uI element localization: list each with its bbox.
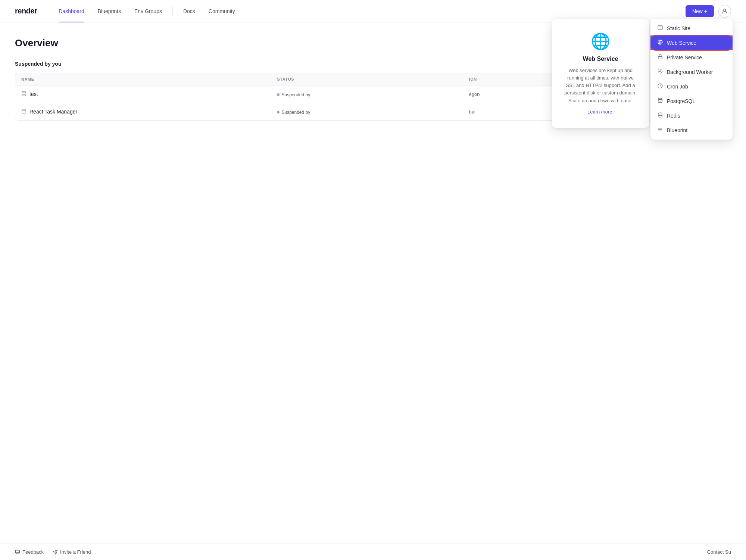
nav-env-groups[interactable]: Env Groups — [128, 0, 169, 22]
nav-dashboard[interactable]: Dashboard — [52, 0, 91, 22]
feedback-icon — [15, 550, 20, 555]
row-status-rtm: Suspended by — [277, 108, 469, 115]
menu-item-label: Redis — [667, 113, 680, 119]
cron-job-icon — [657, 83, 663, 90]
static-site-icon — [657, 25, 663, 31]
preview-description: Web services are kept up and running at … — [562, 67, 639, 105]
user-avatar[interactable] — [718, 5, 731, 18]
svg-point-8 — [658, 98, 662, 100]
new-service-menu: Static Site Web Service — [650, 19, 733, 140]
svg-rect-5 — [658, 56, 662, 59]
menu-item-label: Static Site — [667, 25, 690, 31]
brand-logo[interactable]: render — [15, 7, 37, 15]
web-service-icon — [657, 40, 663, 46]
nav-community[interactable]: Community — [202, 0, 242, 22]
nav-blueprints[interactable]: Blueprints — [91, 0, 128, 22]
row-status-test: Suspended by — [277, 91, 469, 97]
new-button[interactable]: New + — [686, 5, 714, 17]
menu-item-blueprint[interactable]: Blueprint — [650, 123, 733, 137]
menu-item-label: Background Worker — [667, 69, 713, 75]
svg-point-9 — [658, 113, 662, 114]
menu-item-redis[interactable]: Redis — [650, 108, 733, 123]
blueprint-icon — [657, 127, 663, 133]
menu-item-private-service[interactable]: Private Service — [650, 50, 733, 65]
svg-point-6 — [659, 71, 661, 72]
footer: Feedback Invite a Friend Contact Su — [0, 544, 746, 560]
menu-item-cron-job[interactable]: Cron Job — [650, 79, 733, 94]
static-icon — [21, 109, 26, 115]
nav-docs[interactable]: Docs — [177, 0, 202, 22]
nav-separator — [172, 7, 173, 16]
dropdown-container: 🌐 Web Service Web services are kept up a… — [552, 19, 746, 140]
svg-rect-3 — [658, 26, 662, 30]
svg-rect-2 — [22, 109, 26, 113]
svg-point-1 — [22, 91, 26, 93]
main-content: Overview Suspended by you NAME STATUS IO… — [0, 22, 746, 136]
menu-item-static-site[interactable]: Static Site — [650, 21, 733, 35]
menu-item-postgresql[interactable]: PostgreSQL — [650, 94, 733, 108]
invite-icon — [53, 550, 58, 555]
status-dot — [277, 93, 280, 96]
menu-item-background-worker[interactable]: Background Worker — [650, 65, 733, 79]
nav-right: New + — [686, 5, 731, 18]
feedback-link[interactable]: Feedback — [15, 549, 44, 555]
menu-item-label: Private Service — [667, 55, 702, 60]
svg-point-0 — [724, 9, 726, 11]
th-status: STATUS — [277, 77, 469, 81]
invite-link[interactable]: Invite a Friend — [53, 549, 91, 555]
background-worker-icon — [657, 69, 663, 75]
private-service-icon — [657, 54, 663, 60]
postgresql-icon — [657, 98, 663, 104]
status-dot — [277, 111, 280, 113]
contact-link[interactable]: Contact Su — [707, 549, 731, 555]
menu-item-label: Web Service — [667, 40, 696, 46]
preview-title: Web Service — [583, 56, 618, 62]
menu-item-web-service[interactable]: Web Service — [650, 35, 733, 50]
menu-item-label: Blueprint — [667, 127, 687, 133]
menu-item-label: Cron Job — [667, 84, 688, 90]
preview-globe-icon: 🌐 — [591, 32, 610, 50]
row-name-rtm: React Task Manager — [21, 109, 277, 115]
row-name-test: test — [21, 91, 277, 97]
db-icon — [21, 91, 26, 97]
service-preview-card: 🌐 Web Service Web services are kept up a… — [552, 19, 649, 128]
th-name: NAME — [21, 77, 277, 81]
menu-item-label: PostgreSQL — [667, 98, 695, 104]
learn-more-link[interactable]: Learn more. — [587, 109, 614, 115]
redis-icon — [657, 112, 663, 119]
